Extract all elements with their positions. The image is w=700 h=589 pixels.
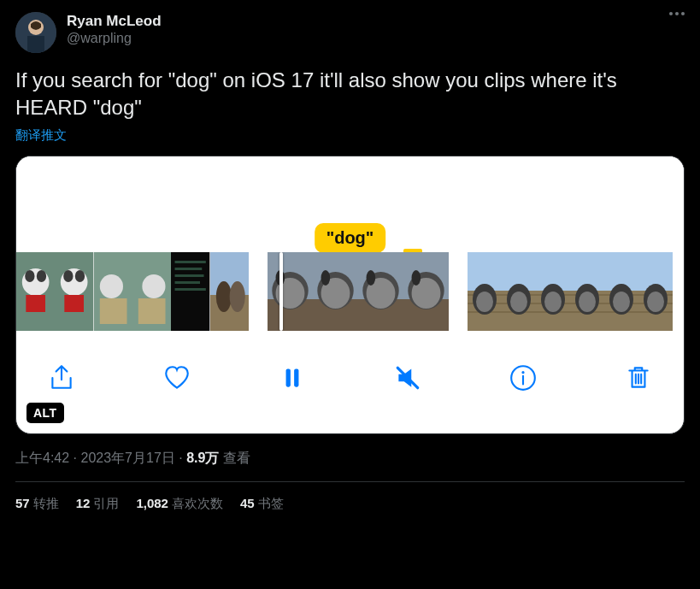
svg-point-62 [510,292,527,312]
svg-point-76 [579,292,596,312]
media-top-area: "dog" [16,156,684,252]
svg-rect-24 [175,288,206,291]
svg-point-28 [229,281,244,312]
media-toolbar [16,331,684,408]
like-button[interactable] [157,358,197,400]
quotes-stat[interactable]: 12引用 [76,496,120,512]
trash-icon [624,363,653,392]
likes-stat[interactable]: 1,082喜欢次数 [136,496,223,512]
info-button[interactable] [503,358,543,400]
retweets-stat[interactable]: 57转推 [15,496,59,512]
share-icon [47,363,76,392]
svg-rect-22 [175,274,204,277]
svg-point-5 [25,270,34,282]
info-icon [509,363,538,392]
views-label: 查看 [223,451,250,465]
avatar[interactable] [15,12,56,53]
tweet-meta: 上午4:422023年7月17日8.9万 查看 [15,450,685,468]
svg-point-83 [613,292,630,312]
thumbnail [536,252,570,331]
mute-button[interactable] [388,358,427,400]
tweet-text: If you search for "dog" on iOS 17 it'll … [15,67,685,122]
svg-point-90 [647,292,664,312]
handle[interactable]: @warpling [67,30,162,47]
tweet-date[interactable]: 2023年7月17日 [80,451,174,465]
svg-rect-15 [99,298,126,324]
thumbnail [638,252,673,331]
svg-rect-19 [171,252,209,331]
clip-group-1[interactable] [16,252,249,331]
display-name[interactable]: Ryan McLeod [67,12,162,30]
svg-point-48 [412,270,421,286]
svg-rect-21 [175,268,203,270]
svg-point-38 [321,270,331,286]
svg-rect-20 [175,261,206,263]
svg-rect-12 [65,295,85,312]
clip-group-3[interactable] [468,252,673,331]
svg-rect-7 [26,295,45,312]
tweet-container: Ryan McLeod @warpling If you search for … [0,0,700,512]
svg-point-17 [142,274,165,298]
svg-point-14 [99,274,122,298]
thumbnail [358,252,403,331]
playhead-line[interactable] [279,252,283,331]
heart-icon [162,363,191,392]
alt-badge[interactable]: ALT [26,403,64,423]
svg-rect-2 [27,36,44,53]
trash-button[interactable] [619,358,658,400]
svg-point-27 [215,281,231,312]
bookmarks-stat[interactable]: 45书签 [240,496,284,512]
svg-point-6 [37,270,46,282]
svg-point-43 [367,270,376,286]
search-term-tooltip: "dog" [315,223,386,253]
tweet-stats: 57转推 12引用 1,082喜欢次数 45书签 [15,496,685,512]
thumbnail [313,252,358,331]
tweet-time[interactable]: 上午4:42 [15,451,69,465]
pause-button[interactable] [273,358,312,400]
thumbnail [132,252,171,331]
svg-rect-23 [175,281,200,284]
clip-group-2[interactable] [268,252,449,331]
svg-rect-91 [286,369,291,387]
share-button[interactable] [42,358,81,400]
pause-icon [278,363,307,392]
thumbnail [210,252,249,331]
thumbnail [94,252,132,331]
translate-link[interactable]: 翻译推文 [15,127,685,144]
svg-point-11 [75,270,85,282]
divider [15,481,685,482]
thumbnail [268,252,313,331]
thumbnail [16,252,55,331]
svg-rect-92 [294,369,298,387]
thumbnail [171,252,209,331]
media-card[interactable]: "dog" [15,156,685,434]
thumbnail [604,252,638,331]
video-filmstrip[interactable] [16,252,684,331]
svg-point-10 [64,270,74,282]
thumbnail [55,252,93,331]
tweet-header: Ryan McLeod @warpling [15,12,685,53]
svg-point-55 [476,292,493,312]
author-names: Ryan McLeod @warpling [67,12,162,47]
speaker-muted-icon [393,363,422,392]
svg-point-69 [544,292,562,312]
thumbnail [570,252,604,331]
svg-rect-18 [138,298,166,324]
more-icon[interactable] [669,12,685,15]
thumbnail [468,252,502,331]
thumbnail [502,252,536,331]
svg-point-95 [521,371,524,374]
thumbnail [403,252,449,331]
views-count[interactable]: 8.9万 [186,451,219,465]
